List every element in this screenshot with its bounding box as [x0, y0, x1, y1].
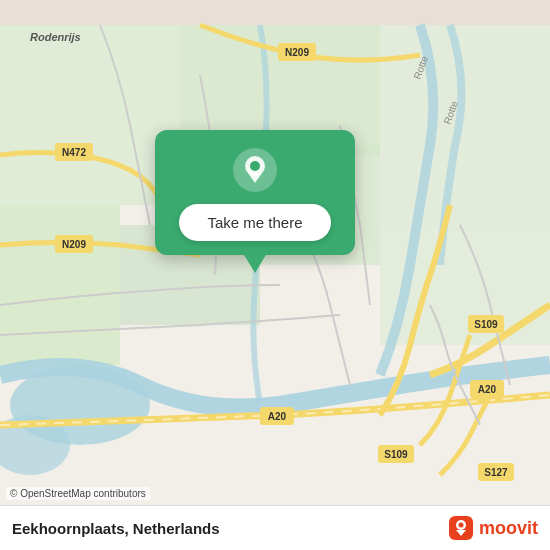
svg-point-31 — [250, 161, 260, 171]
svg-text:A20: A20 — [268, 411, 287, 422]
svg-marker-32 — [248, 173, 262, 183]
location-pin-icon — [242, 155, 268, 185]
take-me-there-button[interactable]: Take me there — [179, 204, 330, 241]
svg-text:S109: S109 — [474, 319, 498, 330]
svg-text:S109: S109 — [384, 449, 408, 460]
svg-text:Rodenrijs: Rodenrijs — [30, 31, 81, 43]
svg-text:S127: S127 — [484, 467, 508, 478]
svg-rect-4 — [0, 205, 120, 365]
bottom-bar: Eekhoornplaats, Netherlands moovit — [0, 505, 550, 550]
location-name: Eekhoornplaats, Netherlands — [12, 520, 220, 537]
svg-text:N472: N472 — [62, 147, 86, 158]
map-container: N472 N209 N209 A20 A20 S109 S109 S127 Ro… — [0, 0, 550, 550]
svg-text:N209: N209 — [285, 47, 309, 58]
osm-attribution: © OpenStreetMap contributors — [6, 487, 150, 500]
moovit-text: moovit — [479, 518, 538, 539]
svg-point-35 — [458, 523, 463, 528]
map-background: N472 N209 N209 A20 A20 S109 S109 S127 Ro… — [0, 0, 550, 550]
location-icon-circle — [233, 148, 277, 192]
svg-text:N209: N209 — [62, 239, 86, 250]
svg-rect-1 — [0, 25, 180, 205]
moovit-logo[interactable]: moovit — [447, 514, 538, 542]
moovit-logo-icon — [447, 514, 475, 542]
popup-card: Take me there — [155, 130, 355, 255]
svg-text:A20: A20 — [478, 384, 497, 395]
